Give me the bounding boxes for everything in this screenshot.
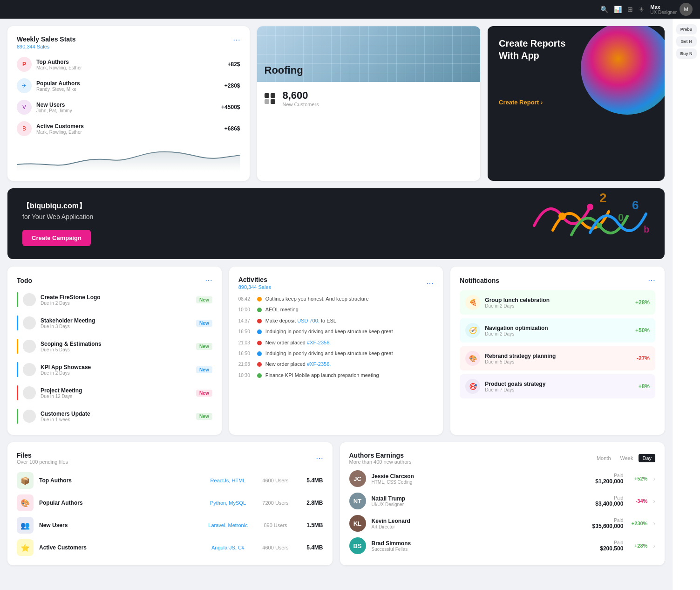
stat-active-customers: B Active Customers Mark, Rowling, Esther… — [17, 121, 240, 136]
notifications-card: Notifications ⋯ 🍕 Group lunch celebratio… — [450, 267, 665, 435]
activity-dot-6 — [257, 351, 262, 356]
search-icon[interactable]: 🔍 — [600, 6, 608, 13]
notif-value-1: +28% — [635, 299, 650, 306]
list-item: Create FireStone Logo Due in 2 Days New — [17, 290, 212, 309]
reports-link[interactable]: Create Report › — [499, 99, 543, 106]
notifications-dots[interactable]: ⋯ — [648, 276, 655, 285]
author-change-2: -34% — [629, 498, 647, 504]
todo-badge-2: New — [196, 320, 212, 327]
chart-svg — [17, 144, 240, 172]
stat-value-top-authors: +82$ — [227, 61, 240, 68]
notif-value-4: +8% — [639, 383, 650, 390]
file-tech-1: ReactJs, HTML — [205, 478, 251, 483]
files-subtitle: Over 100 pending files — [17, 459, 68, 465]
author-name-4: Brad Simmons — [372, 540, 595, 547]
bottom-row: Files Over 100 pending files ⋯ 📦 Top Aut… — [7, 442, 665, 565]
author-paid-label-1: Paid — [595, 473, 623, 478]
todo-avatar-6 — [23, 410, 36, 423]
activities-title: Activities — [238, 276, 271, 283]
list-item: 16:50 Indulging in poorly driving and ke… — [238, 328, 434, 335]
roofing-bottom: 8,600 New Customers — [257, 82, 481, 115]
weekly-sales-dots[interactable]: ⋯ — [233, 35, 240, 44]
todo-name-5: Project Meeting — [41, 387, 191, 394]
activities-dots[interactable]: ⋯ — [426, 279, 434, 288]
notif-value-2: +50% — [635, 327, 650, 334]
activities-card: Activities 890,344 Sales ⋯ 08:42 Outline… — [229, 267, 443, 435]
activity-link-1[interactable]: USD 700. — [297, 318, 319, 323]
middle-row: Todo ⋯ Create FireStone Logo Due in 2 Da… — [7, 267, 665, 435]
todo-badge-4: New — [196, 366, 212, 373]
todo-dots[interactable]: ⋯ — [205, 276, 212, 285]
files-dots[interactable]: ⋯ — [316, 454, 323, 463]
files-list: 📦 Top Authors ReactJs, HTML 4600 Users 5… — [17, 472, 323, 556]
new-customers-num: 8,600 — [283, 89, 319, 102]
notif-name-3: Rebrand strategy planning — [485, 353, 632, 359]
list-item: ⭐ Active Customers AngularJS, C# 4600 Us… — [17, 539, 323, 556]
todo-due-3: Due in 5 Days — [41, 347, 191, 352]
tab-month[interactable]: Month — [593, 454, 615, 462]
todo-name-2: Stakeholder Meeting — [41, 317, 191, 324]
stat-name-popular: Popular Authors — [36, 80, 220, 87]
activity-time-8: 10:30 — [238, 373, 253, 378]
activity-link-3[interactable]: #XF-2356. — [307, 361, 331, 367]
sidebar-chip-geth[interactable]: Get H — [676, 36, 697, 47]
list-item: JC Jessie Clarcson HTML, CSS Coding Paid… — [349, 470, 656, 487]
notif-icon-1: 🍕 — [465, 295, 480, 310]
grid-icon[interactable]: ⊞ — [627, 6, 633, 13]
author-amount-3: $35,600,000 — [592, 523, 624, 529]
sidebar-chip-prebu[interactable]: Prebu — [676, 24, 697, 34]
author-arrow-icon-4[interactable]: › — [653, 542, 655, 549]
stat-popular-authors: ✈ Popular Authors Randy, Steve, Mike +28… — [17, 78, 240, 93]
todo-due-5: Due in 12 Days — [41, 394, 191, 399]
activity-link-2[interactable]: #XF-2356. — [307, 340, 331, 345]
campaign-text: 【biqubiqu.com】 for Your Web Application … — [22, 201, 93, 246]
list-item: Customers Update Due in 1 week New — [17, 407, 212, 425]
todo-bar-5 — [17, 385, 18, 400]
stat-value-popular: +280$ — [224, 82, 240, 89]
reports-arrow-icon: › — [541, 99, 543, 106]
file-size-4: 5.4MB — [300, 544, 323, 551]
file-users-4: 4600 Users — [257, 545, 294, 550]
weekly-sales-subtitle: 890,344 Sales — [17, 44, 240, 49]
file-tech-2: Python, MySQL — [205, 500, 251, 506]
list-item: 🎨 Rebrand strategy planning Due in 5 Day… — [460, 346, 655, 370]
author-arrow-icon-3[interactable]: › — [653, 520, 655, 527]
activity-dot-5 — [257, 341, 262, 345]
weekly-sales-title: Weekly Sales Stats — [17, 35, 240, 43]
activity-text-8: Finance KPI Mobile app launch preparion … — [265, 372, 379, 379]
campaign-svg-decoration: 2 0 6 b — [525, 188, 665, 244]
bar-chart-icon[interactable]: 📊 — [614, 6, 622, 13]
sidebar-chip-buyn[interactable]: Buy N — [676, 48, 697, 59]
user-name: Max — [650, 4, 677, 10]
activity-dot-8 — [257, 373, 262, 378]
svg-point-0 — [558, 213, 566, 220]
activity-time-1: 08:42 — [238, 296, 253, 302]
todo-bar-1 — [17, 292, 18, 307]
activity-time-6: 16:50 — [238, 351, 253, 356]
list-item: 10:30 Finance KPI Mobile app launch prep… — [238, 372, 434, 379]
activity-text-2: AEOL meeting — [265, 306, 299, 313]
tab-day[interactable]: Day — [639, 454, 655, 462]
tab-week[interactable]: Week — [617, 454, 637, 462]
files-title: Files — [17, 452, 68, 459]
file-tech-3: Laravel, Metronic — [205, 522, 251, 528]
stat-top-authors: P Top Authors Mark, Rowling, Esther +82$ — [17, 57, 240, 72]
svg-text:0: 0 — [618, 212, 624, 223]
create-campaign-button[interactable]: Create Campaign — [22, 230, 91, 246]
author-change-1: +52% — [629, 476, 647, 481]
list-item: 08:42 Outlines keep you honest. And keep… — [238, 295, 434, 302]
author-arrow-icon-2[interactable]: › — [653, 497, 655, 505]
activity-text-5: New order placed #XF-2356. — [265, 339, 331, 346]
list-item: 🎯 Product goals strategy Due in 7 Days +… — [460, 374, 655, 398]
list-item: BS Brad Simmons Successful Fellas Paid $… — [349, 537, 656, 554]
roofing-image: Roofing — [257, 26, 481, 82]
avatar: M — [680, 3, 693, 16]
activity-text-6: Indulging in poorly driving and keep str… — [265, 350, 393, 357]
sun-icon[interactable]: ☀ — [639, 6, 645, 13]
stat-sub-top-authors: Mark, Rowling, Esther — [36, 65, 223, 70]
author-role-3: Art Director — [372, 524, 587, 529]
todo-name-3: Scoping & Estimations — [41, 341, 191, 347]
activity-dot-2 — [257, 308, 262, 312]
author-arrow-icon-1[interactable]: › — [653, 475, 655, 482]
todo-avatar-1 — [23, 293, 36, 306]
